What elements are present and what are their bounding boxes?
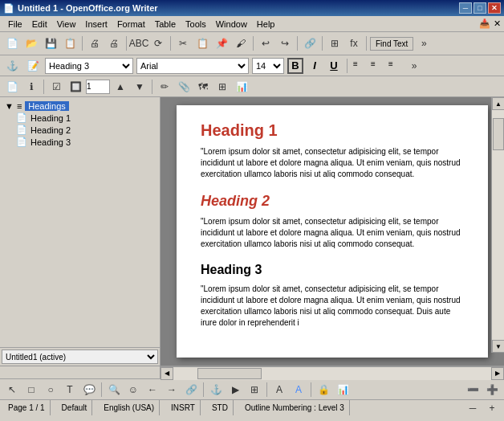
attach-button[interactable]: 📎 <box>175 78 193 96</box>
print-button[interactable]: 🖨 <box>105 35 123 52</box>
scroll-thumb[interactable] <box>493 118 504 150</box>
headings-icon: ≡ <box>17 101 22 111</box>
text-tool-button[interactable]: T <box>61 381 79 399</box>
zoom-plus-button[interactable]: ➕ <box>483 381 501 399</box>
undo-button[interactable]: ↩ <box>257 35 274 52</box>
extra-btn3[interactable]: 📊 <box>233 78 250 96</box>
scroll-left-button[interactable]: ◀ <box>161 367 173 380</box>
show-functions-button[interactable]: fx <box>345 35 363 52</box>
redo-button[interactable]: ↪ <box>276 35 294 52</box>
toolbar-close-icon[interactable]: ✕ <box>494 18 501 29</box>
edit-mode-button[interactable]: ✏ <box>156 78 173 96</box>
copy-button[interactable]: 📋 <box>193 35 211 52</box>
tree-item-headings[interactable]: ▼ ≡ Headings <box>3 100 156 112</box>
std-status[interactable]: STD <box>207 400 234 415</box>
menu-help[interactable]: Help <box>252 18 280 30</box>
h-scroll-track[interactable] <box>173 367 491 380</box>
open-button[interactable]: 📂 <box>22 35 40 52</box>
rect-tool-button[interactable]: □ <box>22 381 40 399</box>
headings-label[interactable]: Headings <box>25 101 68 111</box>
page-up-button[interactable]: ▲ <box>112 78 129 96</box>
form-toggle-button[interactable]: ☑ <box>47 78 65 96</box>
extra2-button[interactable]: 📊 <box>334 381 352 399</box>
align-left-button[interactable]: ≡ <box>352 59 367 73</box>
style-select[interactable]: Heading 3 <box>45 58 133 74</box>
find-text-button[interactable]: Find Text <box>370 37 413 51</box>
font-select[interactable]: Arial <box>136 58 249 74</box>
document-scroll[interactable]: Heading 1 "Lorem ipsum dolor sit amet, c… <box>161 97 504 366</box>
paste-button[interactable]: 📌 <box>213 35 230 52</box>
italic-button[interactable]: I <box>307 58 323 74</box>
print-preview-button[interactable]: 🖨 <box>86 35 104 52</box>
format-paintbrush-button[interactable]: 🖌 <box>232 35 250 52</box>
menu-view[interactable]: View <box>52 18 81 30</box>
scroll-track[interactable] <box>492 110 504 340</box>
scroll-right-button[interactable]: ▶ <box>491 367 504 380</box>
font-color-button[interactable]: A <box>270 381 288 399</box>
page-down-button[interactable]: ▼ <box>131 78 148 96</box>
styles-toggle-button[interactable]: 📝 <box>24 57 42 75</box>
format-more-button[interactable]: » <box>405 57 423 75</box>
underline-button[interactable]: U <box>326 58 342 74</box>
extra-btn2[interactable]: ⊞ <box>213 78 231 96</box>
tree-item-heading2[interactable]: 📄 Heading 2 <box>3 124 156 136</box>
new-button[interactable]: 📄 <box>3 35 21 52</box>
menu-insert[interactable]: Insert <box>80 18 112 30</box>
menu-format[interactable]: Format <box>112 18 150 30</box>
menu-file[interactable]: File <box>3 18 27 30</box>
cursor-tool-button[interactable]: ↖ <box>3 381 21 399</box>
extra1-button[interactable]: 🔒 <box>315 381 332 399</box>
h-scroll-thumb[interactable] <box>197 368 262 379</box>
menu-tools[interactable]: Tools <box>181 18 211 30</box>
scroll-up-button[interactable]: ▲ <box>492 97 504 110</box>
page-number-input[interactable] <box>86 80 110 94</box>
align-right-button[interactable]: ≡ <box>388 59 402 73</box>
form-btn2[interactable]: 🔲 <box>67 78 84 96</box>
tree-item-heading3[interactable]: 📄 Heading 3 <box>3 136 156 148</box>
h-scroll-left <box>0 366 161 378</box>
save-as-button[interactable]: 📋 <box>61 35 79 52</box>
et-sep2 <box>152 80 152 94</box>
vt-sep3 <box>266 382 267 397</box>
navigator-button[interactable]: 🗺 <box>194 78 212 96</box>
status-plus[interactable]: + <box>483 399 501 417</box>
smiley-button[interactable]: ☺ <box>124 381 142 399</box>
info-button[interactable]: ℹ <box>22 78 40 96</box>
close-button[interactable]: ✕ <box>488 2 501 14</box>
align-center-button[interactable]: ≡ <box>370 59 384 73</box>
document-select[interactable]: Untitled1 (active) <box>2 349 158 364</box>
anchor-button[interactable]: ⚓ <box>207 381 225 399</box>
spellcheck-button[interactable]: ABC <box>130 35 148 52</box>
bold-button[interactable]: B <box>287 58 303 74</box>
size-select[interactable]: 14 <box>252 58 284 74</box>
bubble-tool-button[interactable]: 💬 <box>80 381 98 399</box>
forward-button[interactable]: → <box>163 381 181 399</box>
menu-edit[interactable]: Edit <box>27 18 52 30</box>
media-button[interactable]: ▶ <box>226 381 244 399</box>
circle-tool-button[interactable]: ○ <box>42 381 59 399</box>
minimize-button[interactable]: ─ <box>459 2 472 14</box>
table2-button[interactable]: ⊞ <box>246 381 263 399</box>
table-button[interactable]: ⊞ <box>326 35 343 52</box>
back-button[interactable]: ← <box>144 381 161 399</box>
h3-icon: 📄 <box>16 137 27 147</box>
insrt-status[interactable]: INSRT <box>166 400 201 415</box>
toolbar-extra-button[interactable]: » <box>415 35 433 52</box>
hyperlink-button[interactable]: 🔗 <box>301 35 319 52</box>
scroll-down-button[interactable]: ▼ <box>492 340 504 353</box>
status-minus[interactable]: ─ <box>464 399 482 417</box>
cut-button[interactable]: ✂ <box>174 35 192 52</box>
separator-4 <box>253 36 254 51</box>
menu-window[interactable]: Window <box>211 18 252 30</box>
zoom-tool-button[interactable]: 🔍 <box>105 381 123 399</box>
autocorrect-button[interactable]: ⟳ <box>149 35 167 52</box>
maximize-button[interactable]: □ <box>474 2 486 14</box>
menu-table[interactable]: Table <box>150 18 181 30</box>
tree-item-heading1[interactable]: 📄 Heading 1 <box>3 112 156 124</box>
page-info-button[interactable]: 📄 <box>3 78 21 96</box>
zoom-minus-button[interactable]: ➖ <box>464 381 482 399</box>
link-button[interactable]: 🔗 <box>182 381 200 399</box>
highlight-button[interactable]: A <box>290 381 307 399</box>
navigator-toggle-button[interactable]: ⚓ <box>3 57 21 75</box>
save-button[interactable]: 💾 <box>42 35 59 52</box>
